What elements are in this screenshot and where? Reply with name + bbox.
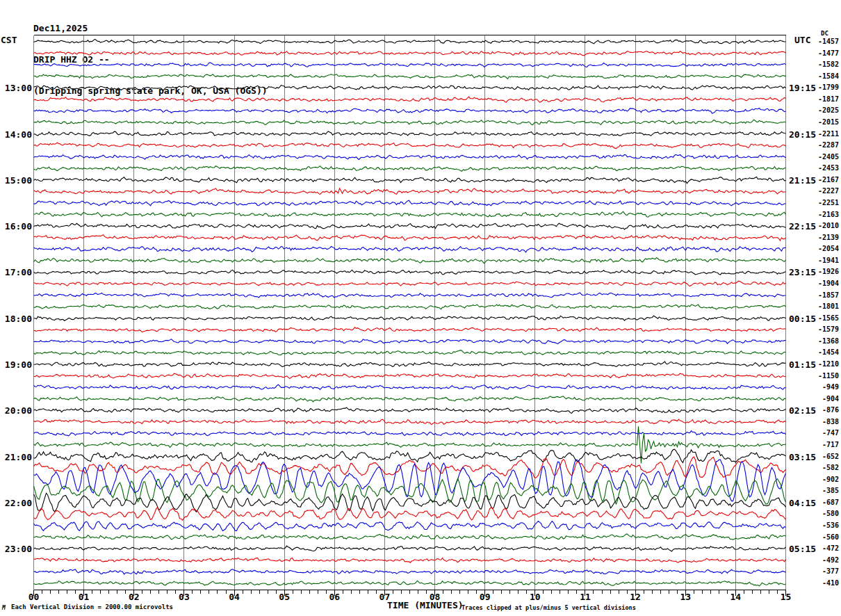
x-tick-label: 15 (776, 592, 797, 602)
seismo-trace-row-37 (34, 457, 786, 478)
cst-hour-label: 18:00 (0, 314, 32, 323)
dc-offset-value: -492 (806, 556, 839, 565)
dc-offset-value: -385 (806, 487, 839, 495)
seismo-trace-row-24 (34, 316, 786, 321)
seismo-trace-row-0 (34, 39, 786, 43)
dc-offset-value: -2405 (806, 153, 839, 161)
dc-offset-value: -2015 (806, 118, 839, 127)
dc-offset-value: -1926 (806, 268, 839, 276)
seismo-trace-row-1 (34, 51, 786, 56)
seismo-trace-row-18 (34, 247, 786, 252)
dc-offset-value: -687 (806, 499, 839, 507)
dc-offset-value: -1150 (806, 372, 839, 380)
webicorder-page: Dec11,2025 DRIP HHZ O2 -- (Dripping spri… (0, 0, 841, 616)
dc-offset-value: -1477 (806, 49, 839, 58)
dc-offset-value: -2010 (806, 222, 839, 230)
dc-offset-value: -472 (806, 544, 839, 553)
dc-offset-value: -747 (806, 429, 839, 437)
x-axis-title: TIME (MINUTES) (387, 600, 464, 610)
x-tick-label: 06 (324, 592, 345, 602)
x-tick-label: 05 (274, 592, 295, 602)
cst-hour-label: 20:00 (0, 405, 32, 415)
seismo-trace-row-26 (34, 339, 786, 344)
seismo-trace-row-34 (34, 431, 786, 436)
seismo-trace-row-38 (34, 460, 786, 501)
dc-offset-value: -717 (806, 441, 839, 449)
dc-offset-value: -1582 (806, 60, 839, 69)
dc-offset-value: -377 (806, 567, 839, 576)
cst-hour-label: 13:00 (0, 83, 32, 92)
dc-offset-value: -2287 (806, 141, 839, 149)
seismo-trace-row-42 (34, 521, 786, 531)
seismo-trace-row-47 (34, 581, 786, 586)
helicorder-plot (0, 0, 841, 616)
seismo-trace-row-30 (34, 384, 786, 389)
seismo-trace-row-8 (34, 131, 786, 136)
seismo-trace-row-21 (34, 281, 786, 286)
seismo-trace-row-13 (34, 188, 786, 195)
seismo-trace-row-44 (34, 546, 786, 551)
seismo-trace-row-27 (34, 350, 786, 355)
cst-hour-label: 15:00 (0, 175, 32, 185)
dc-offset-value: -1457 (806, 38, 839, 46)
seismo-trace-row-10 (34, 154, 786, 159)
seismo-trace-row-31 (34, 396, 786, 402)
dc-offset-value: -838 (806, 418, 839, 426)
dc-offset-value: -876 (806, 406, 839, 414)
x-tick-label: 09 (475, 592, 496, 602)
seismo-trace-row-28 (34, 362, 786, 367)
seismo-trace-row-32 (34, 407, 786, 413)
x-tick-label: 13 (675, 592, 696, 602)
dc-offset-value: -1799 (806, 83, 839, 92)
dc-offset-value: -2139 (806, 234, 839, 242)
seismo-trace-row-23 (34, 305, 786, 309)
seismo-trace-row-39 (34, 479, 786, 505)
dc-offset-value: -2025 (806, 106, 839, 115)
seismo-trace-row-11 (34, 166, 786, 172)
x-tick-label: 04 (224, 592, 245, 602)
seismo-trace-row-22 (34, 293, 786, 298)
seismo-trace-row-17 (34, 235, 786, 241)
dc-offset-value: -2211 (806, 130, 839, 138)
dc-offset-value: -1584 (806, 72, 839, 81)
seismo-trace-row-41 (34, 508, 786, 520)
cst-hour-label: 16:00 (0, 221, 32, 231)
cst-hour-label: 19:00 (0, 359, 32, 369)
x-tick-label: 02 (124, 592, 145, 602)
seismo-trace-row-6 (34, 108, 786, 113)
x-tick-label: 00 (24, 592, 44, 602)
seismo-trace-row-12 (34, 177, 786, 184)
dc-offset-value: -1454 (806, 348, 839, 357)
seismo-trace-row-9 (34, 143, 786, 148)
dc-offset-value: -410 (806, 579, 839, 587)
seismo-trace-row-43 (34, 534, 786, 540)
seismo-trace-row-15 (34, 211, 786, 217)
seismo-trace-row-5 (34, 97, 786, 102)
seismo-trace-row-16 (34, 223, 786, 229)
x-tick-label: 03 (174, 592, 195, 602)
dc-offset-value: -1210 (806, 360, 839, 368)
x-tick-label: 12 (625, 592, 646, 602)
dc-offset-value: -1579 (806, 325, 839, 334)
seismo-trace-row-29 (34, 373, 786, 378)
corner-watermark: M (2, 605, 6, 611)
x-tick-label: 11 (575, 592, 596, 602)
cst-hour-label: 14:00 (0, 129, 32, 139)
x-tick-label: 01 (74, 592, 95, 602)
dc-offset-value: -949 (806, 383, 839, 391)
seismo-trace-row-4 (34, 86, 786, 91)
dc-offset-value: -652 (806, 453, 839, 461)
dc-offset-value: -2163 (806, 211, 839, 219)
cst-hour-label: 21:00 (0, 452, 32, 462)
seismo-trace-row-7 (34, 120, 786, 124)
dc-offset-value: -536 (806, 521, 839, 530)
dc-offset-value: -1817 (806, 95, 839, 104)
dc-offset-value: -2453 (806, 164, 839, 172)
seismo-trace-row-2 (34, 63, 786, 67)
seismo-trace-row-19 (34, 258, 786, 264)
cst-hour-label: 22:00 (0, 498, 32, 508)
x-tick-label: 10 (525, 592, 546, 602)
seismo-trace-row-33 (34, 419, 786, 425)
dc-offset-value: -1941 (806, 257, 839, 265)
dc-offset-value: -2054 (806, 245, 839, 253)
